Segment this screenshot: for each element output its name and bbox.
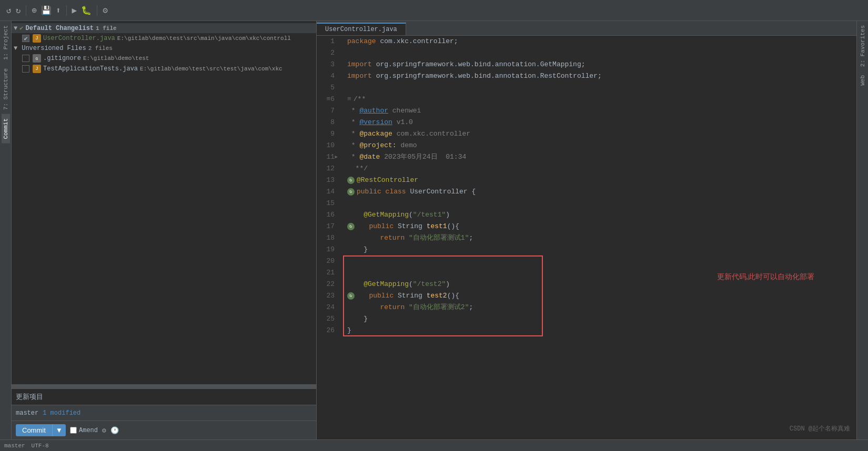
commit-settings-icon[interactable]: ⚙ bbox=[102, 426, 106, 435]
line-num-19: 19 bbox=[317, 244, 339, 255]
code-line-5 bbox=[347, 82, 856, 94]
gitignore-path: E:\gitlab\demo\test bbox=[83, 55, 149, 62]
gitignore-checkbox[interactable] bbox=[22, 55, 29, 62]
code-line-6: ≡/** bbox=[347, 94, 856, 105]
line-num-24: 24 bbox=[317, 302, 339, 313]
method-badge-1: ↻ bbox=[347, 223, 355, 230]
file-name: UserController.java bbox=[43, 35, 115, 42]
line-num-18: 18 bbox=[317, 232, 339, 244]
line-num-12: 12 bbox=[317, 163, 339, 175]
code-line-9: * @package com.xkc.controller bbox=[347, 128, 856, 140]
code-line-19: } bbox=[347, 244, 856, 255]
code-line-4: import org.springframework.web.bind.anno… bbox=[347, 70, 856, 82]
sidebar-item-commit[interactable]: Commit bbox=[2, 114, 10, 144]
commit-history-icon[interactable]: 🕐 bbox=[110, 426, 119, 435]
sidebar-item-structure[interactable]: 7: Structure bbox=[2, 64, 10, 114]
code-line-1: package com.xkc.controller; bbox=[347, 36, 856, 47]
git-modified: 1 modified bbox=[43, 409, 80, 417]
code-line-11: * @date 2023年05月24日 01:34 bbox=[347, 151, 856, 163]
code-line-14: ↻public class UserController { bbox=[347, 186, 856, 198]
toolbar-separator bbox=[26, 5, 26, 16]
line-num-22: 22 bbox=[317, 279, 339, 290]
code-line-2 bbox=[347, 47, 856, 59]
unversioned-title: Unversioned Files bbox=[22, 45, 86, 52]
changelist-title: Default Changelist bbox=[25, 25, 94, 32]
main-layout: 1: Project 7: Structure Commit ▼ ✔ Defau… bbox=[0, 21, 868, 439]
line-num-1: 1 bbox=[317, 36, 339, 47]
line-num-9: 9 bbox=[317, 128, 339, 140]
file-checkbox[interactable]: ✔ bbox=[22, 35, 29, 42]
amend-checkbox-input[interactable] bbox=[70, 427, 77, 434]
save-icon[interactable]: 💾 bbox=[41, 5, 52, 16]
commit-button[interactable]: Commit bbox=[16, 424, 52, 436]
list-item[interactable]: ✔ J UserController.java E:\gitlab\demo\t… bbox=[12, 33, 316, 44]
list-item[interactable]: J TestApplicationTests.java E:\gitlab\de… bbox=[12, 64, 316, 74]
line-num-10: 10 bbox=[317, 140, 339, 151]
code-line-13: ↻@RestController bbox=[347, 175, 856, 186]
code-line-16: @GetMapping("/test1") bbox=[347, 209, 856, 221]
undo-icon[interactable]: ↺ bbox=[6, 5, 12, 16]
class-badge: ↻ bbox=[347, 188, 355, 196]
code-line-25: } bbox=[347, 313, 856, 325]
method-badge-2: ↻ bbox=[347, 292, 355, 300]
line-num-17: 17 bbox=[317, 221, 339, 232]
gitignore-icon: G bbox=[33, 54, 41, 63]
java-file-icon: J bbox=[33, 34, 41, 43]
status-branch: master bbox=[4, 443, 25, 449]
right-sidebar: 2: Favorites Web bbox=[856, 21, 868, 439]
git-status-bar: master 1 modified bbox=[12, 405, 316, 421]
status-bar: master UTF-8 bbox=[0, 439, 868, 451]
line-num-23: 23 bbox=[317, 290, 339, 302]
line-num-14: 14 bbox=[317, 186, 339, 198]
redo-icon[interactable]: ↻ bbox=[16, 5, 21, 16]
sidebar-item-web[interactable]: Web bbox=[859, 71, 867, 90]
line-num-25: 25 bbox=[317, 313, 339, 325]
amend-option: Amend bbox=[70, 427, 98, 434]
editor-content: 1 2 3 4 5 ≡ 6 7 8 9 10 11 ▶ 12 13 14 15 … bbox=[317, 36, 856, 439]
check-icon: ✔ bbox=[19, 24, 23, 32]
status-encoding: UTF-8 bbox=[32, 443, 49, 449]
changelist-section: ▼ ✔ Default Changelist 1 file ✔ J UserCo… bbox=[12, 21, 316, 384]
line-num-21: 21 bbox=[317, 267, 339, 279]
code-line-18: return "自动化部署测试1"; bbox=[347, 232, 856, 244]
tab-usercontroller[interactable]: UserController.java bbox=[317, 23, 406, 35]
unversioned-header[interactable]: ▼ Unversioned Files 2 files bbox=[12, 44, 316, 53]
file-path: E:\gitlab\demo\test\src\main\java\com\xk… bbox=[117, 35, 291, 42]
scrollbar-horizontal[interactable] bbox=[12, 384, 316, 388]
code-line-20 bbox=[347, 255, 856, 267]
upload-icon[interactable]: ⬆ bbox=[56, 5, 61, 16]
line-num-16: 16 bbox=[317, 209, 339, 221]
add-icon[interactable]: ⊕ bbox=[32, 5, 37, 16]
settings-icon[interactable]: ⚙ bbox=[103, 5, 108, 16]
changelist-count: 1 file bbox=[96, 25, 117, 32]
code-lines: package com.xkc.controller; import org.s… bbox=[343, 36, 856, 439]
code-line-7: * @author chenwei bbox=[347, 105, 856, 117]
commit-panel: ▼ ✔ Default Changelist 1 file ✔ J UserCo… bbox=[12, 21, 316, 405]
run-icon[interactable]: ▶ bbox=[72, 5, 77, 16]
line-num-20: 20 bbox=[317, 255, 339, 267]
test-file-icon: J bbox=[33, 65, 41, 73]
watermark: CSDN @起个名称真难 bbox=[790, 424, 850, 433]
commit-dropdown-button[interactable]: ▼ bbox=[52, 424, 66, 436]
debug-icon[interactable]: 🐛 bbox=[81, 5, 92, 16]
toolbar-separator2 bbox=[66, 5, 67, 16]
annotation-text: 更新代码,此时可以自动化部署 bbox=[717, 272, 815, 282]
list-item[interactable]: G .gitignore E:\gitlab\demo\test bbox=[12, 53, 316, 64]
left-panel: ▼ ✔ Default Changelist 1 file ✔ J UserCo… bbox=[12, 21, 317, 439]
line-num-26: 26 bbox=[317, 325, 339, 336]
update-project-label: 更新项目 bbox=[12, 388, 316, 405]
code-line-10: * @project: demo bbox=[347, 140, 856, 151]
line-num-2: 2 bbox=[317, 47, 339, 59]
code-line-23: ↻ public String test2(){ bbox=[347, 290, 856, 302]
test-checkbox[interactable] bbox=[22, 65, 29, 73]
unversioned-count: 2 files bbox=[88, 45, 113, 52]
sidebar-item-favorites[interactable]: 2: Favorites bbox=[859, 21, 867, 71]
line-num-7: 7 bbox=[317, 105, 339, 117]
amend-label: Amend bbox=[79, 427, 98, 434]
line-num-15: 15 bbox=[317, 198, 339, 209]
collapse-arrow: ▼ bbox=[14, 25, 17, 32]
sidebar-item-project[interactable]: 1: Project bbox=[2, 21, 10, 64]
changelist-header[interactable]: ▼ ✔ Default Changelist 1 file bbox=[12, 23, 316, 33]
code-line-17: ↻ public String test1(){ bbox=[347, 221, 856, 232]
gitignore-name: .gitignore bbox=[43, 55, 81, 62]
